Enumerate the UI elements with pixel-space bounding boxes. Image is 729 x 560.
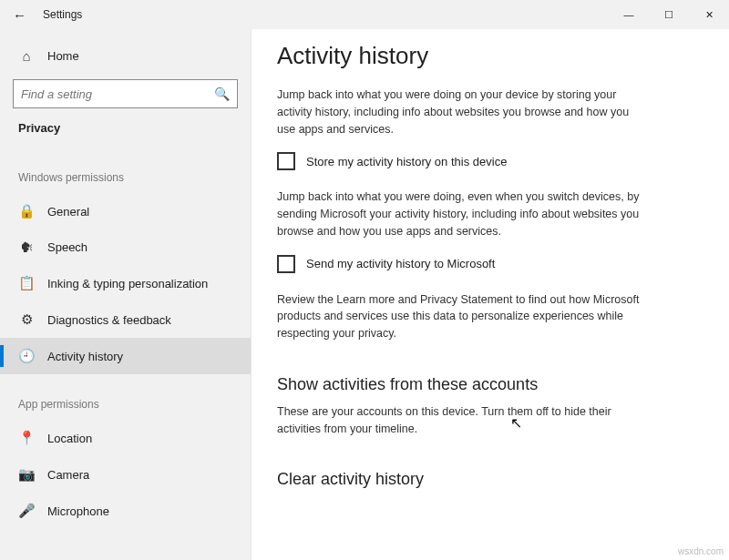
- sidebar-item-microphone[interactable]: 🎤Microphone: [0, 493, 251, 529]
- sidebar-item-inking-typing-personalization[interactable]: 📋Inking & typing personalization: [0, 265, 251, 301]
- maximize-button[interactable]: ☐: [649, 0, 689, 29]
- back-button[interactable]: ←: [13, 7, 26, 23]
- inking-icon: 📋: [18, 275, 35, 291]
- send-activity-checkbox[interactable]: Send my activity history to Microsoft: [277, 255, 693, 273]
- sidebar-item-activity-history[interactable]: 🕘Activity history: [0, 338, 251, 374]
- general-icon: 🔒: [18, 203, 35, 219]
- sidebar-item-label: Location: [47, 432, 92, 445]
- sidebar-item-label: General: [47, 205, 89, 219]
- sidebar-item-general[interactable]: 🔒General: [0, 193, 251, 229]
- description-3: Review the Learn more and Privacy Statem…: [277, 291, 642, 342]
- home-label: Home: [47, 49, 79, 63]
- checkbox-icon: [277, 152, 295, 170]
- subheading-clear: Clear activity history: [277, 470, 693, 489]
- page-title: Activity history: [277, 42, 693, 70]
- sidebar-item-label: Microphone: [47, 504, 109, 518]
- close-button[interactable]: ✕: [689, 0, 729, 29]
- sidebar-item-label: Speech: [47, 240, 87, 254]
- search-box[interactable]: 🔍: [13, 79, 238, 108]
- sidebar-item-location[interactable]: 📍Location: [0, 420, 251, 456]
- category-label: Privacy: [0, 116, 251, 148]
- sidebar: ⌂ Home 🔍 Privacy Windows permissions 🔒Ge…: [0, 29, 252, 560]
- speech-icon: 🗣: [18, 239, 35, 255]
- section-windows-permissions: Windows permissions: [0, 148, 251, 193]
- subheading-accounts: Show activities from these accounts: [277, 375, 693, 394]
- minimize-button[interactable]: —: [609, 0, 649, 29]
- microphone-icon: 🎤: [18, 503, 35, 519]
- diagnostics-icon: ⚙: [18, 311, 35, 328]
- section-app-permissions: App permissions: [0, 374, 251, 420]
- camera-icon: 📷: [18, 466, 35, 483]
- description-1: Jump back into what you were doing on yo…: [277, 87, 642, 137]
- sidebar-item-label: Inking & typing personalization: [47, 277, 208, 290]
- home-icon: ⌂: [18, 48, 35, 64]
- checkbox-label: Send my activity history to Microsoft: [306, 257, 495, 270]
- content-area: Activity history Jump back into what you…: [252, 29, 729, 560]
- home-nav[interactable]: ⌂ Home: [0, 42, 251, 70]
- sidebar-item-label: Camera: [47, 468, 89, 482]
- sidebar-item-camera[interactable]: 📷Camera: [0, 456, 251, 493]
- description-2: Jump back into what you were doing, even…: [277, 188, 642, 239]
- watermark: wsxdn.com: [678, 546, 724, 556]
- search-icon: 🔍: [214, 87, 230, 101]
- checkbox-label: Store my activity history on this device: [306, 155, 507, 168]
- sidebar-item-diagnostics-feedback[interactable]: ⚙Diagnostics & feedback: [0, 301, 251, 338]
- search-input[interactable]: [14, 80, 237, 107]
- location-icon: 📍: [18, 430, 35, 446]
- checkbox-icon: [277, 255, 295, 273]
- sidebar-item-speech[interactable]: 🗣Speech: [0, 229, 251, 265]
- store-activity-checkbox[interactable]: Store my activity history on this device: [277, 152, 693, 170]
- sidebar-item-label: Activity history: [47, 350, 123, 363]
- sidebar-item-label: Diagnostics & feedback: [47, 313, 171, 327]
- description-4: These are your accounts on this device. …: [277, 403, 642, 438]
- activity-icon: 🕘: [18, 348, 35, 364]
- window-title: Settings: [43, 8, 82, 21]
